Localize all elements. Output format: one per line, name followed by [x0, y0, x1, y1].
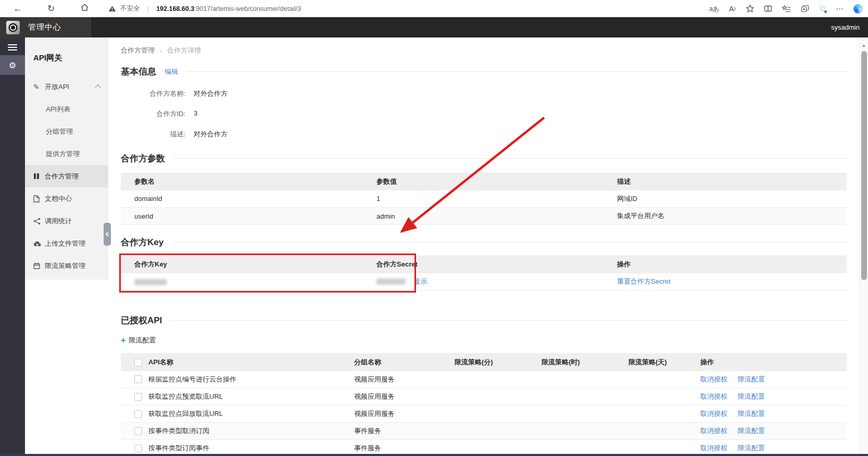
params-table-header: 参数名 参数值 描述 [121, 173, 847, 191]
api-table-row: 按事件类型订阅事件 事件服务 取消授权 限流配置 [121, 440, 847, 454]
back-icon[interactable]: ← [11, 4, 24, 14]
browser-toolbar: ← ↻ 不安全 | 192.168.60.3:9017/artemis-web/… [0, 0, 868, 17]
sidebar-item-call-statistics[interactable]: 调用统计 [25, 210, 108, 232]
field-description: 描述: 对外合作方 [121, 130, 847, 139]
cloud-upload-icon [33, 240, 45, 247]
row-checkbox[interactable] [134, 445, 142, 452]
row-checkbox[interactable] [134, 393, 142, 401]
brand: 管理中心 [0, 17, 91, 37]
sidebar-item-rate-limit-policy[interactable]: 限流策略管理 [25, 255, 108, 277]
sidebar-item-open-api[interactable]: ✎ 开放API [25, 75, 108, 98]
plus-icon: + [121, 336, 125, 345]
rate-limit-config-link[interactable]: 限流配置 [738, 427, 765, 435]
authorized-api-table: API名称 分组名称 限流策略(分) 限流策略(时) 限流策略(天) 操作 根据… [121, 353, 847, 454]
breadcrumb-partner-detail: 合作方详情 [167, 46, 201, 55]
section-title-authorized-api: 已授权API [121, 314, 162, 326]
home-icon[interactable] [78, 3, 91, 14]
key-table-wrap: 合作方Key 合作方Secret 操作 显示 重置合作方Secret [121, 256, 847, 290]
row-checkbox[interactable] [134, 410, 142, 418]
field-partner-id: 合作方ID: 3 [121, 109, 847, 119]
browser-essentials-icon[interactable]: ♡ [819, 5, 826, 12]
settings-more-icon[interactable]: ⋯ [836, 5, 844, 12]
api-table-row: 根据监控点编号进行云台操作 视频应用服务 取消授权 限流配置 [121, 371, 847, 388]
select-all-checkbox[interactable] [134, 359, 142, 366]
sidebar-item-doc-center[interactable]: 文档中心 [25, 187, 108, 210]
sidebar-section-title: API网关 [25, 37, 108, 63]
edit-link[interactable]: 编辑 [165, 67, 178, 77]
favorite-star-icon[interactable] [746, 5, 754, 12]
gear-icon[interactable]: ⚙ [0, 55, 25, 75]
sidebar-item-group-management[interactable]: 分组管理 [25, 120, 108, 143]
key-table-row: 显示 重置合作方Secret [121, 273, 847, 290]
status-dot [824, 10, 827, 14]
hamburger-menu-icon[interactable] [8, 44, 17, 50]
row-checkbox[interactable] [134, 375, 142, 383]
app-title: 管理中心 [28, 22, 61, 32]
app-header: 管理中心 sysadmin [0, 17, 868, 37]
revoke-auth-link[interactable]: 取消授权 [700, 427, 727, 435]
api-table-header: API名称 分组名称 限流策略(分) 限流策略(时) 限流策略(天) 操作 [121, 354, 847, 371]
scrollbar-track[interactable]: ▲ [859, 37, 868, 454]
api-table-row: 获取监控点预览取流URL 视频应用服务 取消授权 限流配置 [121, 388, 847, 406]
security-label: 不安全 [120, 4, 140, 13]
show-secret-link[interactable]: 显示 [414, 277, 427, 285]
masked-secret-value [376, 278, 406, 285]
translate-icon[interactable]: aあ [709, 6, 719, 12]
user-menu[interactable]: sysadmin [831, 23, 860, 31]
share-icon [33, 218, 45, 225]
rate-limit-config-link[interactable]: 限流配置 [738, 444, 765, 452]
add-rate-limit-button[interactable]: + 限流配置 [121, 336, 847, 345]
not-secure-warning-icon [108, 5, 116, 12]
api-table-row: 获取监控点回放取流URL 视频应用服务 取消授权 限流配置 [121, 406, 847, 423]
window-bottom-edge [0, 454, 868, 456]
key-table: 合作方Key 合作方Secret 操作 显示 重置合作方Secret [121, 256, 847, 290]
api-header: 已授权API [121, 314, 847, 326]
revoke-auth-link[interactable]: 取消授权 [700, 410, 727, 417]
left-rail: ⚙ [0, 37, 25, 454]
revoke-auth-link[interactable]: 取消授权 [700, 392, 727, 400]
sidebar: API网关 ✎ 开放API API列表 分组管理 提供方管理 合作方管理 文档中… [25, 37, 108, 280]
sidebar-item-api-list[interactable]: API列表 [25, 98, 108, 120]
key-header: 合作方Key [121, 236, 847, 248]
params-header: 合作方参数 [121, 153, 847, 164]
collections-icon[interactable] [801, 5, 809, 12]
params-table: 参数名 参数值 描述 domainId 1 网域ID userId admin … [121, 173, 847, 225]
rate-limit-config-link[interactable]: 限流配置 [738, 410, 765, 417]
calendar-icon [33, 262, 45, 269]
basic-info-fields: 合作方名称: 对外合作方 合作方ID: 3 描述: 对外合作方 [121, 89, 847, 139]
divider-line [173, 158, 847, 159]
revoke-auth-link[interactable]: 取消授权 [700, 375, 727, 383]
divider-line [186, 71, 847, 72]
copilot-icon[interactable] [853, 4, 863, 14]
columns-icon [33, 173, 45, 180]
masked-key-value [134, 279, 167, 285]
divider-line [170, 320, 847, 321]
screen: ← ↻ 不安全 | 192.168.60.3:9017/artemis-web/… [0, 0, 868, 456]
main-content: 合作方管理 › 合作方详情 基本信息 编辑 合作方名称: 对外合作方 合作方ID… [108, 37, 859, 454]
pencil-icon: ✎ [33, 83, 45, 91]
basic-info-header: 基本信息 编辑 [121, 66, 847, 78]
app-logo-icon [6, 21, 20, 34]
section-title-params: 合作方参数 [121, 153, 165, 164]
breadcrumb-partner-management[interactable]: 合作方管理 [121, 46, 155, 55]
rate-limit-config-link[interactable]: 限流配置 [738, 392, 765, 400]
reload-icon[interactable]: ↻ [45, 3, 57, 14]
favorites-bar-icon[interactable] [782, 5, 791, 12]
sidebar-item-provider-management[interactable]: 提供方管理 [25, 143, 108, 165]
sidebar-collapse-handle[interactable] [104, 223, 111, 246]
divider-line [172, 242, 847, 243]
sidebar-item-upload-file-management[interactable]: 上传文件管理 [25, 232, 108, 255]
revoke-auth-link[interactable]: 取消授权 [700, 444, 727, 452]
scrollbar-thumb[interactable] [861, 51, 867, 280]
address-bar[interactable]: 不安全 | 192.168.60.3:9017/artemis-web/cons… [108, 4, 709, 13]
divider: | [147, 5, 149, 13]
rate-limit-config-link[interactable]: 限流配置 [738, 375, 765, 383]
scrollbar-up-arrow[interactable]: ▲ [860, 43, 868, 48]
sidebar-item-partner-management[interactable]: 合作方管理 [25, 165, 108, 187]
row-checkbox[interactable] [134, 427, 142, 435]
api-table-row: 按事件类型取消订阅 事件服务 取消授权 限流配置 [121, 423, 847, 440]
read-aloud-icon[interactable]: A [729, 5, 736, 12]
split-screen-icon[interactable] [764, 5, 772, 12]
table-row: domainId 1 网域ID [121, 191, 847, 208]
reset-secret-link[interactable]: 重置合作方Secret [617, 277, 671, 285]
